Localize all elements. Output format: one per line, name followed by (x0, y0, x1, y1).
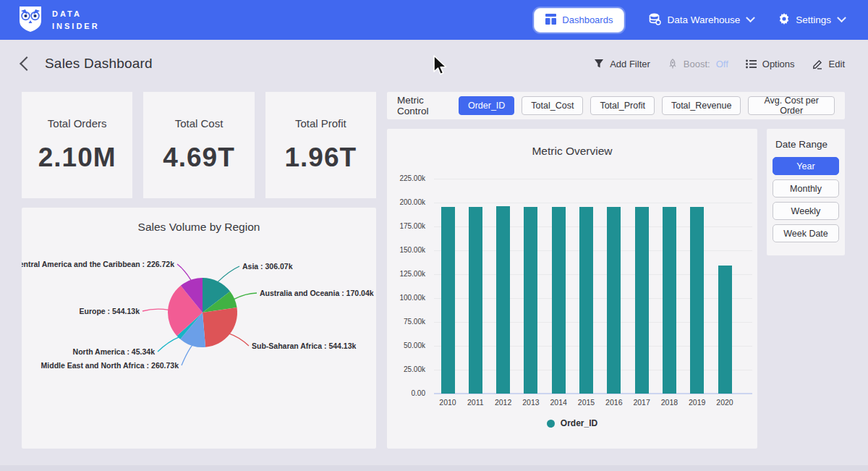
bar-2015[interactable] (579, 207, 593, 394)
date-range-year-button[interactable]: Year (773, 157, 839, 175)
x-tick-label: 2010 (433, 398, 462, 407)
bar-2019[interactable] (690, 207, 704, 394)
owl-logo-icon (17, 5, 43, 35)
pie-slice-label: North America : 45.34k (73, 347, 156, 356)
x-tick-label: 2014 (544, 398, 573, 407)
x-tick-label: 2018 (655, 398, 684, 407)
pie-slice-label: Sub-Saharan Africa : 544.13k (252, 341, 356, 350)
bar-2011[interactable] (469, 207, 482, 394)
y-tick-label: 225.00k (389, 174, 425, 182)
metric-chip-order-id[interactable]: Order_ID (459, 96, 514, 115)
app-window: DATA INSIDER Dashboards (0, 0, 868, 471)
page-title: Sales Dashboard (45, 56, 153, 72)
gear-icon (778, 13, 790, 27)
brand-logo[interactable]: DATA INSIDER (17, 5, 100, 35)
bar-chart-legend: Order_ID (387, 418, 757, 428)
pie-chart[interactable]: Asia : 306.07kAustralia and Oceania : 17… (22, 208, 376, 389)
pie-label-line (182, 345, 192, 365)
boost-state: Off (716, 59, 728, 69)
bar-2020[interactable] (718, 266, 732, 394)
pie-label-line (218, 266, 239, 282)
x-tick-label: 2020 (710, 398, 739, 407)
x-tick-label: 2012 (489, 398, 518, 407)
settings-label: Settings (796, 14, 831, 25)
boost-toggle[interactable]: Boost: Off (668, 59, 728, 69)
metric-chip-total-revenue[interactable]: Total_Revenue (662, 96, 741, 115)
dashboards-button[interactable]: Dashboards (534, 8, 624, 33)
legend-dot (547, 420, 555, 428)
y-tick-label: 0.00 (389, 389, 425, 397)
kpi-row: Total Orders 2.10M Total Cost 4.69T Tota… (22, 92, 376, 198)
dashboard-grid-icon (545, 14, 556, 27)
y-tick-label: 100.00k (389, 294, 425, 302)
dashboards-label: Dashboards (562, 14, 613, 25)
pie-label-line (234, 293, 257, 300)
legend-label: Order_ID (561, 418, 597, 428)
pie-label-line (142, 309, 169, 311)
bar-2016[interactable] (607, 207, 621, 394)
x-tick-label: 2013 (516, 398, 545, 407)
date-range-week-date-button[interactable]: Week Date (773, 224, 839, 242)
data-warehouse-menu[interactable]: Data Warehouse (649, 13, 754, 27)
database-icon (649, 13, 661, 27)
x-tick-label: 2017 (627, 398, 656, 407)
pie-slice-label: Australia and Oceania : 170.04k (260, 289, 374, 297)
chart-title: Metric Overview (387, 145, 757, 158)
pie-slice-label: Europe : 544.13k (80, 307, 140, 315)
metric-chip-total-profit[interactable]: Total_Profit (590, 96, 655, 115)
pencil-icon (812, 59, 823, 69)
pie-slice-label: Asia : 306.07k (242, 262, 293, 271)
chevron-down-icon (837, 13, 846, 22)
kpi-label: Total Cost (175, 117, 224, 130)
kpi-card-total-profit: Total Profit 1.96T (265, 92, 376, 198)
kpi-value: 4.69T (163, 143, 235, 173)
metric-chip-avg-cost-per-order[interactable]: Avg. Cost per Order (748, 96, 835, 115)
y-tick-label: 125.00k (389, 270, 425, 278)
pie-slice-2[interactable] (203, 307, 237, 347)
add-filter-button[interactable]: Add Filter (594, 59, 650, 69)
bar-2012[interactable] (496, 206, 510, 394)
y-tick-label: 75.00k (389, 318, 425, 326)
kpi-label: Total Profit (295, 117, 346, 130)
filter-funnel-icon (594, 59, 604, 69)
date-range-weekly-button[interactable]: Weekly (773, 202, 839, 220)
x-tick-label: 2011 (461, 398, 490, 407)
date-range-monthly-button[interactable]: Monthly (773, 179, 839, 198)
rocket-icon (668, 59, 678, 69)
kpi-value: 1.96T (285, 143, 357, 173)
edit-button[interactable]: Edit (812, 59, 845, 69)
pie-label-line (158, 337, 179, 352)
pie-slice-label: Central America and the Caribbean : 226.… (22, 260, 174, 268)
kpi-card-total-cost: Total Cost 4.69T (143, 92, 254, 198)
y-tick-label: 175.00k (389, 222, 425, 230)
bar-2010[interactable] (441, 207, 455, 394)
gridline (434, 203, 752, 203)
pie-label-line (229, 334, 249, 346)
gridline (434, 179, 752, 179)
metric-chip-total-cost[interactable]: Total_Cost (522, 96, 583, 115)
y-tick-label: 200.00k (389, 198, 425, 206)
y-tick-label: 25.00k (389, 365, 425, 373)
bar-chart-plot[interactable] (434, 179, 752, 394)
data-warehouse-label: Data Warehouse (667, 14, 740, 25)
bar-2017[interactable] (635, 207, 649, 394)
metric-control-bar: Metric Control Order_ID Total_Cost Total… (387, 92, 845, 119)
kpi-label: Total Orders (48, 117, 107, 130)
bar-2018[interactable] (663, 207, 676, 394)
options-button[interactable]: Options (746, 59, 795, 69)
date-range-panel: Date Range Year Monthly Weekly Week Date (767, 129, 845, 255)
chevron-down-icon (746, 13, 755, 22)
kpi-value: 2.10M (38, 143, 116, 173)
metric-control-label: Metric Control (397, 95, 448, 116)
settings-menu[interactable]: Settings (778, 13, 845, 27)
kpi-card-total-orders: Total Orders 2.10M (22, 92, 132, 198)
y-tick-label: 150.00k (389, 246, 425, 254)
x-tick-label: 2016 (600, 398, 629, 407)
date-range-label: Date Range (775, 139, 839, 150)
pie-slice-label: Middle East and North Africa : 260.73k (41, 361, 179, 370)
back-button[interactable] (20, 56, 34, 71)
bar-2013[interactable] (524, 207, 537, 394)
bar-2014[interactable] (552, 207, 566, 394)
options-list-icon (746, 59, 757, 69)
pie-label-line (177, 264, 191, 281)
